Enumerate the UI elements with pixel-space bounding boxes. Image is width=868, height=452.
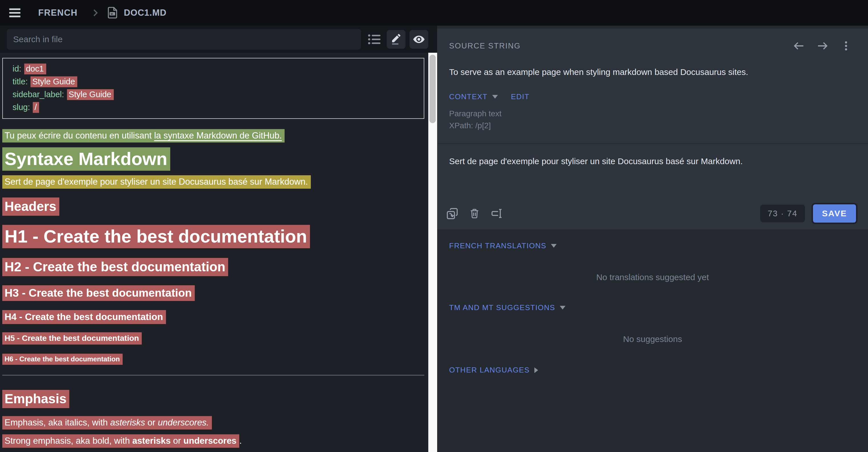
doc-paragraph-italics: Emphasis, aka italics, with asterisks or… [2, 416, 424, 429]
arrow-right-icon[interactable] [816, 39, 829, 53]
card-header: SOURCE STRING [449, 29, 852, 53]
translation-unit[interactable]: doc1 [24, 64, 46, 74]
doc-paragraph-bold: Strong emphasis, aka bold, with asterisk… [2, 434, 424, 447]
suggestions-empty-message: No suggestions [449, 334, 856, 344]
editor-panel: SOURCE STRING To serve as an example pag… [437, 26, 868, 452]
edit-button[interactable]: EDIT [511, 92, 529, 101]
search-input[interactable] [7, 29, 361, 50]
translations-empty-message: No translations suggested yet [449, 272, 856, 282]
translation-unit[interactable]: H1 - Create the best documentation [2, 225, 310, 248]
doc-heading-h5: H5 - Create the best documentation [2, 332, 424, 345]
string-list-icon[interactable] [367, 31, 383, 47]
translation-unit[interactable]: Headers [2, 197, 59, 216]
translation-unit[interactable]: H4 - Create the best documentation [2, 310, 166, 324]
panel-title: SOURCE STRING [449, 42, 781, 51]
doc-heading-h3: H3 - Create the best documentation [2, 285, 424, 301]
editor-toolbar: 73 · 74 SAVE [446, 204, 856, 223]
doc-link[interactable]: la syntaxe Markdown de GitHub. [154, 131, 282, 140]
translation-unit[interactable]: Strong emphasis, aka bold, with asterisk… [2, 434, 239, 448]
frontmatter-block: id:doc1 title:Style Guide sidebar_label:… [2, 58, 424, 119]
markdown-file-icon: M↓ [105, 6, 119, 20]
translation-unit[interactable]: Style Guide [31, 76, 77, 87]
chevron-down-icon [551, 244, 557, 248]
xpath-info: XPath: /p[2] [449, 121, 852, 130]
edit-mode-button[interactable] [387, 30, 405, 49]
doc-paragraph-intro: Tu peux écrire du contenu en utilisant l… [2, 129, 424, 142]
app-bar: FRENCH M↓ DOC1.MD [0, 0, 868, 26]
translation-unit[interactable]: H6 - Create the best documentation [2, 354, 123, 365]
doc-heading-emphasis: Emphasis [2, 389, 424, 408]
document-preview: id:doc1 title:Style Guide sidebar_label:… [0, 53, 428, 452]
translation-unit[interactable]: H5 - Create the best documentation [2, 332, 142, 345]
section-other-languages[interactable]: OTHER LANGUAGES [449, 366, 856, 375]
translation-input-text[interactable]: Sert de page d'exemple pour styliser un … [449, 157, 852, 166]
translation-unit[interactable]: H3 - Create the best documentation [2, 285, 195, 301]
frontmatter-line: id:doc1 [12, 62, 418, 75]
translation-unit-selected[interactable]: Sert de page d'exemple pour styliser un … [2, 175, 311, 189]
doc-heading-h2: H2 - Create the best documentation [2, 257, 424, 276]
chevron-right-icon [90, 8, 100, 18]
document-scrollbar[interactable] [428, 53, 437, 452]
delete-translation-icon[interactable] [468, 207, 480, 220]
translation-unit-translated[interactable]: Syntaxe Markdown [2, 147, 170, 171]
doc-heading-h4: H4 - Create the best documentation [2, 310, 424, 324]
save-button[interactable]: SAVE [813, 204, 856, 223]
card-divider [437, 143, 868, 144]
search-row [0, 26, 437, 53]
doc-heading-headers: Headers [2, 197, 424, 216]
frontmatter-line: title:Style Guide [12, 75, 418, 88]
doc-heading-syntaxe: Syntaxe Markdown [2, 147, 424, 171]
section-tm-mt-suggestions[interactable]: TM AND MT SUGGESTIONS [449, 303, 856, 312]
insert-field-icon[interactable] [490, 207, 503, 220]
horizontal-rule [2, 375, 424, 376]
translation-unit[interactable]: Emphasis [2, 390, 69, 408]
source-string-card: SOURCE STRING To serve as an example pag… [437, 29, 868, 229]
copy-source-icon[interactable] [446, 207, 459, 220]
doc-heading-h1: H1 - Create the best documentation [2, 224, 424, 248]
translation-unit[interactable]: Style Guide [67, 89, 114, 100]
svg-text:M↓: M↓ [111, 12, 114, 15]
translation-unit-translated[interactable]: Tu peux écrire du contenu en utilisant l… [2, 129, 285, 142]
doc-heading-h6: H6 - Create the best documentation [2, 354, 424, 364]
doc-paragraph-selected: Sert de page d'exemple pour styliser un … [2, 175, 424, 188]
context-row: CONTEXT EDIT [449, 92, 852, 101]
chevron-right-icon [534, 367, 538, 373]
suggestion-sections: FRENCH TRANSLATIONS No translations sugg… [437, 229, 868, 452]
chevron-down-icon [560, 306, 565, 310]
menu-icon[interactable] [7, 5, 22, 20]
translation-unit[interactable]: Emphasis, aka italics, with asterisks or… [2, 416, 212, 429]
context-info: Paragraph text [449, 109, 852, 118]
section-french-translations[interactable]: FRENCH TRANSLATIONS [449, 241, 856, 250]
context-toggle[interactable]: CONTEXT [449, 92, 488, 101]
arrow-left-icon[interactable] [792, 39, 805, 53]
source-string-text: To serve as an example page when styling… [449, 67, 852, 77]
kebab-menu-icon[interactable] [840, 40, 852, 52]
frontmatter-line: sidebar_label:Style Guide [12, 88, 418, 101]
translation-unit[interactable]: / [33, 102, 39, 113]
translation-unit[interactable]: H2 - Create the best documentation [2, 258, 228, 276]
breadcrumb-project[interactable]: FRENCH [38, 8, 78, 18]
preview-mode-button[interactable] [409, 30, 428, 49]
scrollbar-thumb[interactable] [429, 55, 436, 123]
breadcrumb-file[interactable]: DOC1.MD [124, 8, 166, 18]
chevron-down-icon [492, 95, 498, 99]
char-count-badge: 73 · 74 [760, 205, 805, 222]
frontmatter-line: slug:/ [12, 101, 418, 114]
document-panel: id:doc1 title:Style Guide sidebar_label:… [0, 26, 437, 452]
